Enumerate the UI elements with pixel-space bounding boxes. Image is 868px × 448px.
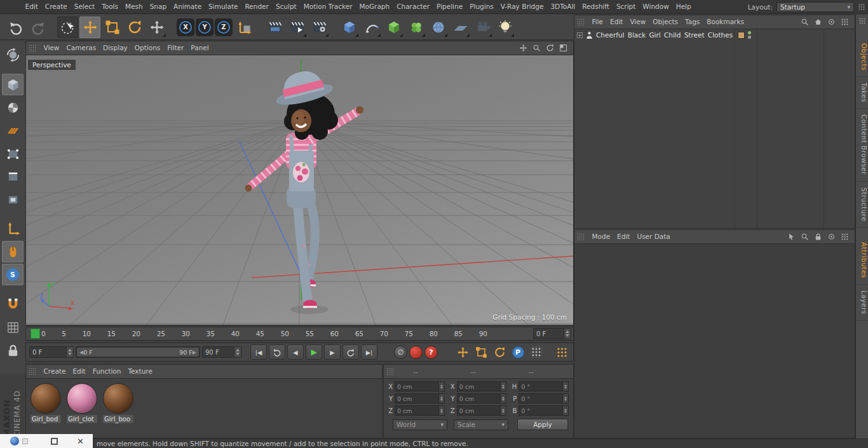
panel-grip-icon[interactable] (29, 368, 37, 375)
panel-grip-icon[interactable] (29, 44, 37, 51)
add-volume-button[interactable] (428, 17, 449, 38)
view-label[interactable]: Perspective (28, 60, 76, 70)
camera-rotate-icon[interactable] (546, 44, 554, 52)
next-frame-button[interactable]: ▶ (324, 344, 341, 360)
viewport-menu-item[interactable]: Filter (164, 41, 187, 55)
capture-region-icon[interactable] (51, 438, 58, 445)
editor-visibility-dot[interactable] (748, 31, 751, 34)
position-x-field[interactable]: 0 cm (395, 381, 445, 391)
menu-item[interactable]: Help (672, 0, 695, 13)
viewport-menu-item[interactable]: Panel (187, 41, 212, 55)
add-cube-button[interactable] (339, 17, 360, 38)
edges-mode-button[interactable] (2, 165, 24, 187)
redo-button[interactable] (27, 17, 48, 38)
keying-settings-button[interactable] (553, 344, 570, 360)
attribute-manager-menu-item[interactable]: Edit (614, 230, 634, 243)
lock-workplane-button[interactable] (2, 339, 24, 361)
play-forwards-button[interactable] (342, 344, 359, 360)
material-name[interactable]: Girl_clot (67, 415, 97, 423)
material-menu-item[interactable]: Function (89, 365, 125, 378)
stepper-icon[interactable] (438, 382, 444, 391)
attribute-tab[interactable]: Layers (856, 285, 868, 321)
object-manager-menu-item[interactable]: Objects (649, 15, 682, 29)
workplane-mode-button[interactable] (2, 119, 24, 141)
object-manager-menu-item[interactable]: Tags (682, 15, 703, 29)
render-view-button[interactable] (264, 17, 285, 38)
material-preview-sphere[interactable] (103, 383, 133, 414)
layer-color-swatch[interactable] (738, 32, 745, 39)
menu-item[interactable]: 3DToAll (547, 0, 579, 13)
lock-icon[interactable] (814, 233, 822, 241)
undo-button[interactable] (5, 17, 26, 38)
position-z-field[interactable]: 0 cm (395, 405, 445, 416)
object-manager-menu-item[interactable]: Edit (607, 15, 627, 29)
size-header[interactable]: -- (456, 368, 513, 376)
end-frame-field[interactable]: 90 F (202, 346, 241, 358)
viewport-menu-item[interactable]: Cameras (63, 41, 100, 55)
object-manager-menu-item[interactable]: Bookmarks (703, 15, 748, 29)
stepper-icon[interactable] (438, 394, 444, 403)
polygons-mode-button[interactable] (2, 188, 24, 210)
add-subdivision-surface-button[interactable] (383, 17, 404, 38)
preview-range-slider[interactable]: ◀ 0 F 90 F ▶ (76, 346, 200, 358)
add-light-button[interactable] (494, 17, 515, 38)
range-right-cap-icon[interactable]: ▶ (193, 350, 196, 355)
menu-item[interactable]: Plugins (466, 0, 498, 13)
go-to-start-button[interactable]: |◀ (250, 344, 267, 360)
go-to-end-button[interactable]: ▶| (361, 344, 377, 360)
axis-lock-button[interactable]: Z (215, 18, 233, 36)
viewport-menu-item[interactable]: View (40, 41, 63, 55)
viewport-solo-button[interactable] (2, 241, 24, 262)
panel-grid-icon[interactable] (858, 17, 866, 25)
manager-tab[interactable]: Objects (856, 37, 868, 77)
position-y-field[interactable]: 0 cm (395, 393, 445, 404)
material-item[interactable]: Girl_bod (31, 383, 61, 423)
render-picture-viewer-button[interactable] (287, 17, 308, 38)
autokeying-button[interactable]: ? (424, 346, 438, 359)
material-menu-item[interactable]: Texture (125, 365, 156, 378)
viewport-scene[interactable] (26, 55, 573, 325)
axis-lock-button[interactable]: X (177, 18, 194, 36)
menu-item[interactable]: Redshift (579, 0, 613, 13)
visibility-dots[interactable] (748, 31, 751, 39)
rotation-b-field[interactable]: 0 ° (519, 405, 569, 416)
menu-item[interactable]: Window (639, 0, 672, 13)
position-header[interactable]: -- (398, 368, 455, 376)
attribute-manager-menu-item[interactable]: User Data (634, 230, 674, 243)
stepper-icon[interactable] (562, 394, 568, 403)
points-mode-button[interactable] (2, 142, 24, 164)
current-frame-field[interactable]: 0 F (29, 346, 74, 358)
grid-snap-button[interactable] (2, 316, 24, 338)
play-button[interactable]: ▶ (306, 344, 322, 360)
toggle-view-icon[interactable] (559, 44, 567, 52)
expand-icon[interactable] (577, 32, 583, 38)
close-icon[interactable]: ✕ (77, 437, 84, 445)
snap-toggle-button[interactable]: S (2, 264, 24, 285)
attribute-manager-menu-item[interactable]: Mode (588, 230, 614, 243)
object-row[interactable]: Cheerful_Black_Girl_Child_Street_Clothes (574, 29, 855, 41)
coordinate-system-toggle[interactable] (234, 17, 255, 38)
menu-item[interactable]: Select (71, 0, 98, 13)
menu-item[interactable]: Simulate (205, 0, 241, 13)
search-icon[interactable] (801, 18, 809, 26)
material-name[interactable]: Girl_boo (103, 415, 133, 423)
rotation-h-field[interactable]: 0 ° (519, 381, 569, 391)
stepper-icon[interactable] (564, 329, 571, 339)
material-menu-item[interactable]: Create (40, 365, 69, 378)
object-tree[interactable]: Cheerful_Black_Girl_Child_Street_Clothes (574, 29, 855, 228)
search-icon[interactable] (801, 233, 809, 241)
stepper-icon[interactable] (500, 382, 506, 391)
panel-grip-icon[interactable] (858, 3, 865, 11)
record-parameter-toggle[interactable]: P (510, 344, 526, 360)
move-tool[interactable] (79, 17, 100, 38)
live-selection-tool[interactable] (57, 17, 78, 38)
manager-tab[interactable]: Takes (856, 77, 868, 109)
menu-item[interactable]: Script (613, 0, 639, 13)
mini-window-icon[interactable] (22, 438, 28, 444)
material-name[interactable]: Girl_bod (31, 415, 61, 423)
menu-item[interactable]: Character (393, 0, 433, 13)
object-manager-menu-item[interactable]: File (588, 15, 607, 29)
menu-item[interactable]: Render (241, 0, 272, 13)
record-position-toggle[interactable] (454, 344, 471, 360)
browser-globe-icon[interactable] (10, 437, 19, 445)
